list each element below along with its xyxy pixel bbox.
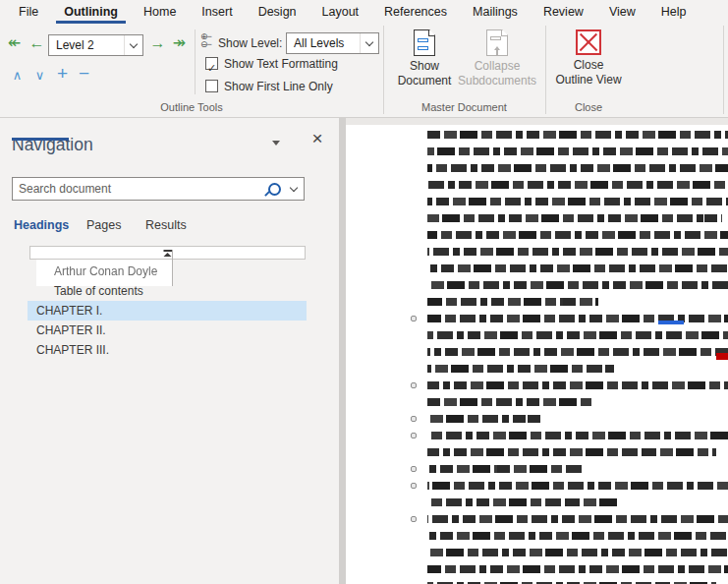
search-icon[interactable]: [268, 183, 281, 196]
scroll-to-top-bar[interactable]: [29, 246, 306, 260]
close-outline-view-button[interactable]: Close Outline View: [550, 28, 627, 88]
active-nav-tab-underline: [12, 138, 69, 141]
headings-list: Arthur Conan DoyleTable of contentsCHAPT…: [28, 262, 307, 360]
tab-view[interactable]: View: [596, 0, 648, 24]
tab-review[interactable]: Review: [531, 0, 596, 24]
blurred-text-line: [427, 549, 728, 556]
blurred-text-line: [427, 164, 728, 172]
collapse-subdocuments-icon: [486, 29, 508, 56]
document-page-content: [427, 131, 728, 584]
navigation-pane: Navigation × HeadingsPagesResults Arthur…: [0, 118, 339, 584]
promote-to-heading1-button[interactable]: ↞: [4, 33, 25, 53]
blurred-text-line: [427, 281, 728, 289]
show-first-line-only-label: Show First Line Only: [224, 80, 333, 93]
demote-to-body-text-button[interactable]: ↠: [169, 33, 190, 53]
nav-tab-headings[interactable]: Headings: [14, 218, 69, 232]
navigation-tabs: HeadingsPagesResults: [0, 216, 339, 242]
nav-tab-results[interactable]: Results: [145, 218, 187, 232]
divider: [723, 26, 724, 114]
show-first-line-only-checkbox[interactable]: ✓: [205, 80, 218, 92]
outline-tools-group-label: Outline Tools: [0, 101, 383, 113]
outline-item-marker-icon[interactable]: [411, 433, 417, 438]
blurred-text-line: [427, 415, 541, 423]
blurred-text-line: [427, 532, 728, 540]
blurred-text-line: [427, 498, 617, 506]
tab-file[interactable]: File: [6, 0, 51, 24]
outline-item-marker-icon[interactable]: [411, 382, 417, 388]
outline-item-marker-icon[interactable]: [411, 466, 417, 472]
show-text-formatting-checkbox[interactable]: ✓: [205, 57, 218, 70]
demote-button[interactable]: →: [147, 33, 168, 53]
outline-paragraph: [427, 315, 728, 373]
show-document-button[interactable]: Show Document: [393, 28, 456, 88]
blurred-text-line: [427, 448, 716, 456]
tab-help[interactable]: Help: [648, 0, 700, 24]
document-page[interactable]: [346, 125, 728, 584]
blurred-text-line: [427, 348, 728, 356]
show-level-dropdown[interactable]: All Levels: [286, 32, 379, 54]
tab-label: View: [609, 5, 636, 19]
tab-insert[interactable]: Insert: [189, 0, 245, 24]
blurred-text-line: [427, 298, 598, 306]
tab-mailings[interactable]: Mailings: [460, 0, 531, 24]
heading-item[interactable]: Arthur Conan Doyle: [28, 262, 307, 281]
search-input[interactable]: [13, 181, 268, 197]
blurred-text-line: [427, 131, 728, 139]
move-up-button[interactable]: ∧: [7, 66, 28, 86]
nav-tab-pages[interactable]: Pages: [86, 218, 121, 232]
plus-icon: +: [57, 63, 68, 84]
show-document-icon: [414, 29, 435, 56]
tab-references[interactable]: References: [371, 0, 460, 24]
heading-item[interactable]: CHAPTER II.: [28, 321, 307, 340]
search-options-chevron-icon[interactable]: [290, 183, 298, 191]
show-text-formatting-label: Show Text Formatting: [224, 57, 338, 71]
tab-label: Help: [661, 5, 687, 19]
blurred-text-line: [427, 465, 584, 473]
tab-label: Design: [258, 5, 297, 19]
search-box: [12, 177, 305, 201]
move-down-button[interactable]: ∨: [29, 66, 50, 86]
show-level-label: Show Level:: [218, 36, 282, 50]
outline-paragraph: [427, 465, 728, 473]
double-right-arrow-icon: ↠: [173, 34, 186, 51]
divider: [195, 29, 196, 94]
page-top-margin-strip: [346, 118, 728, 125]
heading-item[interactable]: CHAPTER I.: [28, 301, 307, 321]
tab-label: Outlining: [64, 5, 118, 19]
chevron-up-icon: ∧: [13, 68, 23, 83]
outline-item-marker-icon[interactable]: [411, 483, 417, 489]
promote-button[interactable]: ←: [27, 33, 47, 53]
tab-outlining[interactable]: Outlining: [51, 0, 131, 24]
heading-item[interactable]: CHAPTER III.: [28, 340, 307, 360]
outline-item-marker-icon[interactable]: [411, 316, 417, 321]
outline-paragraph: [427, 131, 728, 306]
collapse-subdocuments-button: Collapse Subdocuments: [454, 28, 540, 88]
expand-button[interactable]: +: [52, 64, 73, 84]
tab-layout[interactable]: Layout: [309, 0, 372, 24]
blurred-text-line: [427, 515, 728, 523]
tab-design[interactable]: Design: [246, 0, 309, 24]
minus-icon: −: [79, 63, 89, 84]
outline-paragraph: [427, 482, 728, 506]
heading-item[interactable]: Table of contents: [28, 281, 307, 301]
blurred-text-line: [427, 214, 722, 222]
blurred-text-line: [427, 331, 728, 339]
outline-item-marker-icon[interactable]: [411, 416, 417, 422]
red-text-mark: [716, 353, 728, 360]
master-document-group-label: Master Document: [383, 101, 545, 113]
double-left-arrow-icon: ↞: [8, 34, 21, 51]
outline-paragraph: [427, 415, 728, 423]
ribbon-tab-row: FileOutliningHomeInsertDesignLayoutRefer…: [0, 0, 728, 24]
outline-level-dropdown[interactable]: Level 2: [48, 34, 143, 56]
collapse-button[interactable]: −: [74, 64, 94, 84]
outline-item-marker-icon[interactable]: [411, 516, 417, 522]
tab-home[interactable]: Home: [131, 0, 189, 24]
tab-label: Review: [543, 5, 584, 19]
chevron-down-icon: [124, 35, 142, 55]
pane-close-icon[interactable]: ×: [308, 128, 327, 149]
blurred-text-line: [427, 432, 728, 439]
pane-options-chevron-icon[interactable]: [272, 141, 280, 149]
blurred-text-line: [427, 381, 728, 389]
tab-label: File: [19, 5, 38, 19]
close-outline-view-icon: [576, 29, 601, 55]
